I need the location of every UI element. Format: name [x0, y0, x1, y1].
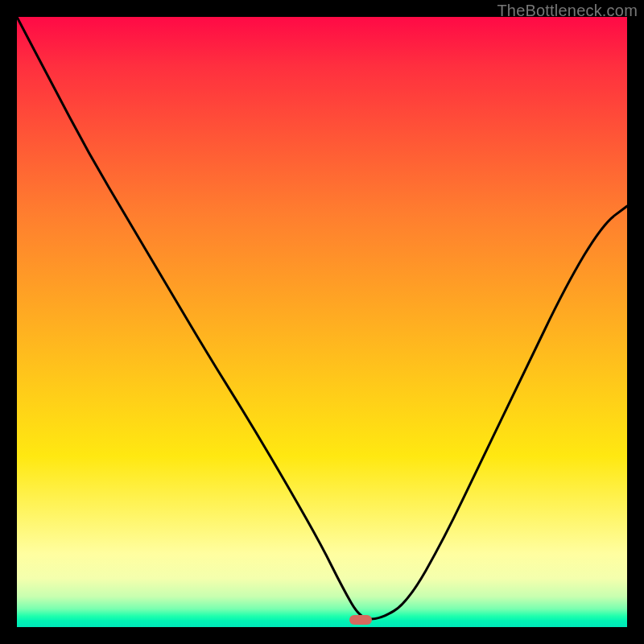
bottleneck-curve: [17, 17, 627, 627]
optimum-marker: [349, 615, 372, 625]
plot-area: [17, 17, 627, 627]
chart-frame: TheBottleneck.com: [0, 0, 644, 644]
curve-path: [17, 17, 627, 619]
watermark-text: TheBottleneck.com: [497, 2, 638, 20]
